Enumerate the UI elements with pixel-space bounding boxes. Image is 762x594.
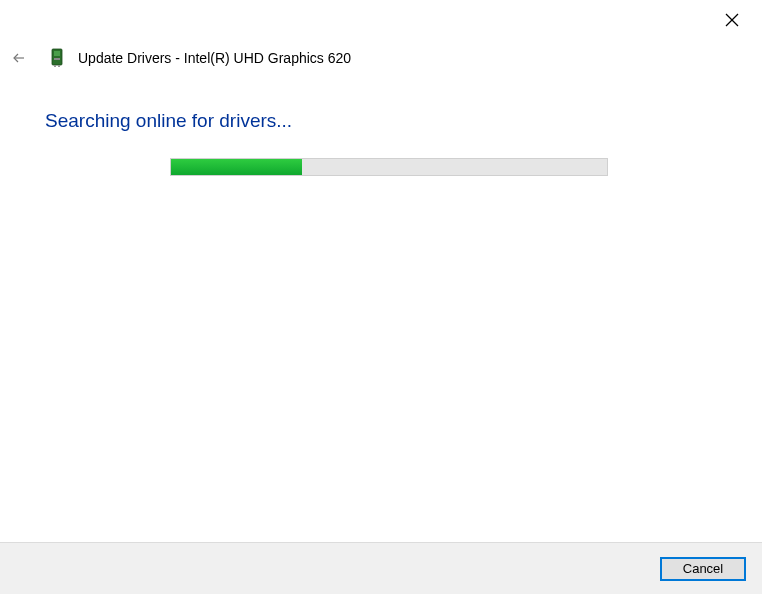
header-row: Update Drivers - Intel(R) UHD Graphics 6… xyxy=(10,48,752,68)
window-title: Update Drivers - Intel(R) UHD Graphics 6… xyxy=(78,50,351,66)
svg-rect-4 xyxy=(54,51,60,56)
close-icon xyxy=(725,13,739,27)
progress-fill xyxy=(171,159,302,175)
close-button[interactable] xyxy=(722,10,742,30)
status-heading: Searching online for drivers... xyxy=(45,110,292,132)
footer-bar: Cancel xyxy=(0,542,762,594)
svg-rect-5 xyxy=(54,58,60,60)
svg-rect-6 xyxy=(54,65,56,67)
graphics-card-icon xyxy=(50,48,64,68)
cancel-button[interactable]: Cancel xyxy=(660,557,746,581)
back-arrow-icon xyxy=(12,51,26,65)
progress-bar xyxy=(170,158,608,176)
back-button[interactable] xyxy=(10,49,28,67)
svg-rect-7 xyxy=(58,65,60,67)
